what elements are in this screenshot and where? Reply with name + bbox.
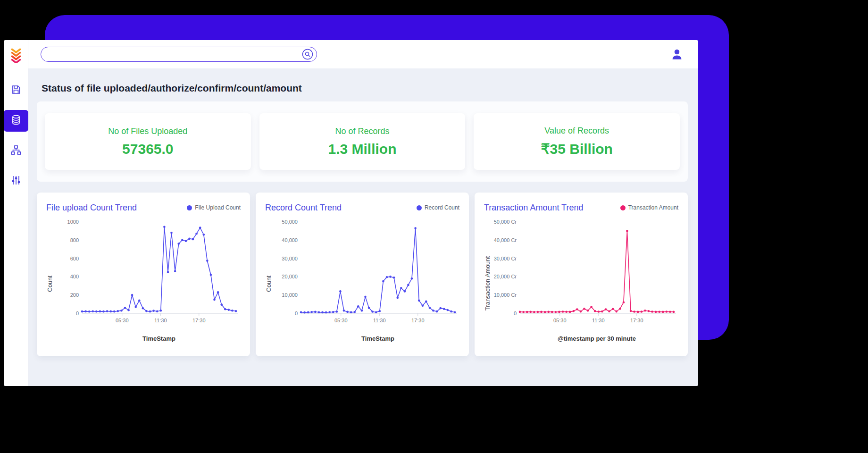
svg-text:11:30: 11:30 (373, 318, 386, 323)
stats-panel: No of Files Uploaded 57365.0 No of Recor… (37, 101, 688, 182)
charts-row: File upload Count Trend FIle Upload Coun… (37, 193, 688, 356)
svg-text:10,000 Cr: 10,000 Cr (494, 292, 517, 298)
stat-label: No of Records (335, 126, 389, 136)
y-axis-title: Count (265, 259, 274, 292)
stat-card-files-uploaded: No of Files Uploaded 57365.0 (45, 113, 251, 170)
legend-label: Transaction Amount (628, 204, 678, 211)
svg-text:20,000 Cr: 20,000 Cr (494, 274, 517, 279)
chart-card-record-count-trend: Record Count Trend Record Count Count 01… (256, 193, 469, 356)
user-avatar-icon[interactable] (670, 47, 684, 61)
stat-value: 57365.0 (122, 141, 173, 157)
svg-text:30,000: 30,000 (282, 256, 298, 261)
chart-legend[interactable]: Record Count (417, 204, 459, 211)
svg-text:17:30: 17:30 (411, 318, 425, 323)
sidebar-item-sliders[interactable] (4, 170, 28, 192)
svg-text:11:30: 11:30 (592, 318, 605, 323)
search-bar (41, 47, 317, 62)
y-axis-title: Transaction Amount (484, 239, 492, 310)
app-window: Status of file uploaded/authorize/confir… (4, 40, 698, 386)
page-title: Status of file uploaded/authorize/confir… (42, 83, 698, 94)
chart-title: Record Count Trend (265, 203, 342, 213)
svg-text:0: 0 (76, 310, 79, 316)
y-axis-title: Count (46, 259, 55, 292)
svg-text:200: 200 (70, 292, 79, 298)
screen: Status of file uploaded/authorize/confir… (0, 0, 868, 453)
svg-text:40,000: 40,000 (282, 237, 298, 243)
chart-card-transaction-amount-trend: Transaction Amount Trend Transaction Amo… (475, 193, 688, 356)
save-icon (10, 84, 22, 97)
svg-text:40,000 Cr: 40,000 Cr (494, 237, 517, 243)
stat-label: Value of Records (544, 126, 609, 136)
svg-text:05:30: 05:30 (553, 318, 567, 323)
svg-text:10,000: 10,000 (282, 292, 298, 298)
svg-text:17:30: 17:30 (630, 318, 643, 323)
svg-text:05:30: 05:30 (334, 318, 348, 323)
search-input[interactable] (41, 47, 317, 62)
x-axis-title: TimeStamp (46, 335, 241, 342)
svg-text:17:30: 17:30 (192, 318, 206, 323)
stat-card-records: No of Records 1.3 Million (259, 113, 466, 170)
svg-text:400: 400 (70, 274, 79, 279)
chart-legend[interactable]: FIle Upload Count (187, 204, 241, 211)
chart-card-file-upload-trend: File upload Count Trend FIle Upload Coun… (37, 193, 250, 356)
chart-title: Transaction Amount Trend (484, 203, 583, 213)
legend-dot-icon (620, 205, 626, 210)
main-content: Status of file uploaded/authorize/confir… (28, 68, 698, 386)
legend-dot-icon (187, 205, 192, 210)
svg-text:20,000: 20,000 (282, 274, 298, 279)
sidebar-item-sitemap[interactable] (4, 140, 28, 162)
logo-icon[interactable] (8, 47, 25, 64)
x-axis-title: TimeStamp (265, 335, 459, 342)
stat-label: No of Files Uploaded (108, 126, 187, 136)
line-chart-transaction-amount: 010,000 Cr20,000 Cr30,000 Cr40,000 Cr50,… (492, 216, 677, 334)
x-axis-title: @timestamp per 30 minute (484, 335, 678, 342)
database-icon (10, 114, 22, 127)
sidebar (4, 40, 28, 386)
line-chart-record-count: 010,00020,00030,00040,00050,00005:3011:3… (274, 216, 459, 334)
svg-text:600: 600 (70, 256, 79, 261)
svg-text:0: 0 (514, 310, 517, 316)
chart-legend[interactable]: Transaction Amount (620, 204, 678, 211)
svg-text:50,000: 50,000 (282, 219, 298, 225)
search-icon[interactable] (302, 49, 313, 60)
svg-text:11:30: 11:30 (154, 318, 167, 323)
line-chart-file-upload: 0200400600800100005:3011:3017:30 (55, 216, 240, 334)
stat-value: 1.3 Million (328, 141, 396, 157)
sidebar-item-save[interactable] (4, 80, 28, 101)
svg-text:50,000 Cr: 50,000 Cr (494, 219, 517, 225)
chart-title: File upload Count Trend (46, 203, 137, 213)
legend-label: FIle Upload Count (195, 204, 241, 211)
stat-card-value-of-records: Value of Records ₹35 Billion (474, 113, 680, 170)
legend-label: Record Count (425, 204, 459, 211)
stat-value: ₹35 Billion (541, 141, 612, 157)
sitemap-icon (10, 144, 22, 158)
svg-text:05:30: 05:30 (116, 318, 129, 323)
top-header (28, 40, 698, 68)
legend-dot-icon (417, 205, 422, 210)
svg-text:30,000 Cr: 30,000 Cr (494, 256, 517, 261)
sliders-icon (10, 175, 22, 188)
svg-text:1000: 1000 (67, 219, 79, 225)
svg-text:800: 800 (70, 237, 79, 243)
sidebar-item-database[interactable] (4, 110, 28, 132)
svg-text:0: 0 (295, 310, 298, 316)
